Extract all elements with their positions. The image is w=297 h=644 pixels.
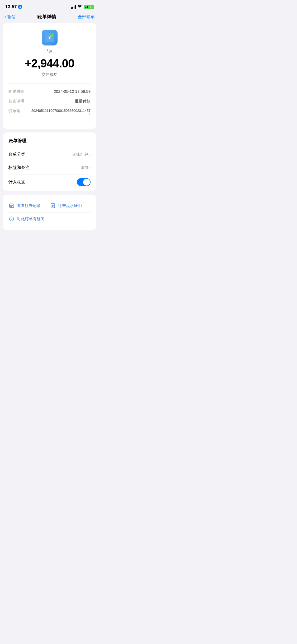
time-label: 13:57: [5, 4, 17, 10]
category-label: 账单分类: [8, 152, 25, 157]
page-title: 账单详情: [37, 14, 56, 20]
status-time: 13:57: [5, 4, 22, 10]
management-title: 账单管理: [8, 138, 91, 144]
created-time-value: 2024-05-12 13:56:59: [30, 89, 91, 94]
order-number-label: 订单号: [8, 109, 30, 114]
tag-chevron-icon: ›: [89, 165, 91, 170]
proof-label: 往来流水证明: [58, 203, 82, 208]
question-label: 对此订单有疑问: [17, 217, 45, 222]
wifi-icon: [77, 5, 82, 9]
created-time-row: 创建时间 2024-05-12 13:56:59: [8, 89, 91, 94]
question-icon: ?: [8, 216, 15, 222]
transaction-icon-wrap: ¥ ↓: [8, 30, 91, 45]
transfer-note-label: 转账说明: [8, 99, 30, 104]
tag-row[interactable]: 标签和备注 添加 ›: [8, 161, 91, 174]
order-number-row: 订单号 20240512110070001506650023114574: [8, 109, 91, 117]
tag-label: 标签和备注: [8, 165, 30, 171]
svg-text:↓: ↓: [51, 34, 52, 37]
transaction-icon: ¥ ↓: [42, 30, 58, 45]
actions-card: 查看往来记录 往来流水证明 ? 对此订单有疑问: [3, 195, 96, 230]
income-toggle-row[interactable]: 计入收支: [8, 174, 91, 191]
battery-icon: 31 ⚡: [84, 5, 94, 9]
payment-icon: ¥ ↓: [45, 33, 54, 42]
actions-grid: 查看往来记录 往来流水证明: [8, 199, 91, 212]
location-icon: [18, 5, 22, 9]
income-label: 计入收支: [8, 180, 25, 185]
battery-level: 31: [85, 5, 88, 8]
status-bar: 13:57 31 ⚡: [0, 0, 99, 12]
signal-icon: [71, 5, 76, 9]
question-button[interactable]: ? 对此订单有疑问: [8, 212, 91, 225]
category-row[interactable]: 账单分类 转账红包 ›: [8, 148, 91, 161]
transaction-card: ¥ ↓ *达 +2,944.00 交易成功 创建时间 2024-05-12 13…: [3, 23, 96, 129]
view-history-button[interactable]: 查看往来记录: [8, 199, 50, 212]
history-icon: [8, 203, 15, 209]
income-toggle[interactable]: [77, 178, 91, 186]
transaction-status: 交易成功: [8, 72, 91, 77]
back-chevron-icon: ‹: [4, 14, 6, 20]
transaction-amount: +2,944.00: [8, 57, 91, 70]
info-divider: [8, 84, 91, 84]
back-button[interactable]: ‹ 微信: [4, 14, 16, 20]
tag-value: 添加: [80, 165, 88, 170]
transfer-note-value: 批量付款: [30, 99, 91, 104]
category-value-right: 转账红包 ›: [72, 152, 91, 157]
status-icons: 31 ⚡: [71, 5, 94, 9]
category-value: 转账红包: [72, 152, 88, 157]
management-card: 账单管理 账单分类 转账红包 › 标签和备注 添加 › 计入收支: [3, 132, 96, 191]
transfer-note-row: 转账说明 批量付款: [8, 99, 91, 104]
proof-icon: [50, 203, 56, 209]
created-time-label: 创建时间: [8, 89, 30, 94]
all-bills-button[interactable]: 全部账单: [78, 14, 95, 20]
toggle-knob: [83, 179, 90, 186]
category-chevron-icon: ›: [89, 152, 91, 157]
back-label: 微信: [7, 14, 16, 20]
nav-bar: ‹ 微信 账单详情 全部账单: [0, 12, 99, 23]
tag-value-right: 添加 ›: [80, 165, 91, 170]
battery-charging: ⚡: [89, 5, 92, 9]
svg-text:?: ?: [11, 217, 12, 221]
order-number-value: 20240512110070001506650023114574: [30, 109, 91, 117]
history-label: 查看往来记录: [17, 203, 41, 208]
merchant-name: *达: [8, 49, 91, 54]
flow-certificate-button[interactable]: 往来流水证明: [50, 199, 91, 212]
